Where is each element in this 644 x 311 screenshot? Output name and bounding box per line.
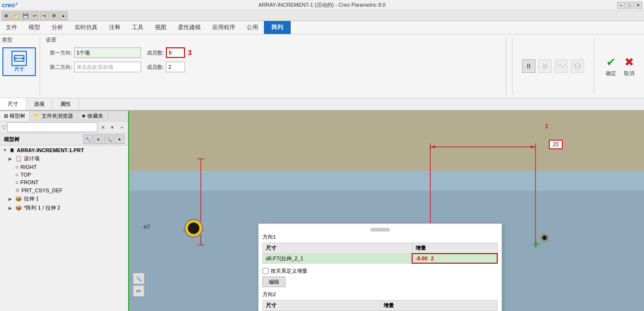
cancel-button[interactable]: ✖ 取消 [624,56,634,77]
tab-dimensions[interactable]: 尺寸 [0,98,26,110]
members1-label: 成员数: [147,49,164,56]
menu-simulation[interactable]: 实时仿真 [69,21,103,34]
tree-item-right[interactable]: ○ RIGHT [1,163,127,171]
close-button[interactable]: ✕ [634,2,642,9]
design-icon: 📋 [15,156,22,162]
tab-properties[interactable]: 属性 [53,98,79,110]
type-dimension-button[interactable]: 尺寸 [2,47,36,76]
tree-item-csys[interactable]: ⊕ PRT_CSYS_DEF [1,186,127,194]
search-add-button[interactable]: + [118,123,126,132]
sidebar-tab-modeltree[interactable]: ⊞ 模型树 [0,111,30,121]
pause-button[interactable]: ⏸ [522,59,535,73]
members1-input[interactable] [166,47,185,58]
ribbon-separator1 [512,38,513,94]
edit-btn-1[interactable]: 编辑 [262,277,285,287]
tree-item-front[interactable]: ○ FRONT [1,178,127,186]
sidebar-search-input[interactable] [7,122,98,132]
panel-drag-handle[interactable] [371,228,390,232]
preview-button[interactable] [571,59,584,73]
annotation-1: 1 [545,122,548,130]
titlebar: creo° ARRAY-INCREMENT-1 (活动的) - Creo Par… [0,0,644,11]
svg-point-9 [579,65,580,67]
window-controls[interactable]: ─ □ ✕ [617,2,642,9]
ctrl-row1: ⏸ ⊘ [522,59,584,73]
menu-tools[interactable]: 工具 [126,21,149,34]
save-button[interactable]: 💾 [21,11,30,20]
tree-item-design[interactable]: ▶ 📋 设计项 [1,154,127,163]
viewport: 1 20 [129,111,644,311]
tree-columns-button[interactable]: ≡ [94,134,103,144]
ribbon-settings-group: 设置 第一方向: 成员数: 3 第二方向: 成员数: [46,36,506,96]
tab-options[interactable]: 选项 [26,98,53,110]
tree-csys-label: PRT_CSYS_DEF [22,188,63,193]
menu-annotation[interactable]: 注释 [103,21,126,34]
open-button[interactable]: 📂 [11,11,20,20]
dimension-panel: 方向1 尺寸 增量 d6:F7(拉伸_2_1 -8.00 2 [258,223,502,311]
csys-icon: ⊕ [15,187,20,193]
search-down-button[interactable]: ▾ [108,123,117,132]
tree-settings-button[interactable]: 🔧 [83,134,93,144]
menu-common[interactable]: 公用 [241,21,264,34]
checkbox-row-1: 按关系定义增量 [262,267,498,275]
tree-expand-button[interactable]: + [115,134,124,144]
ok-button[interactable]: ✔ 确定 [606,56,616,77]
table-row-1[interactable]: d6:F7(拉伸_2_1 -8.00 2 [263,254,498,263]
tree-item-top[interactable]: ○ TOP [1,171,127,178]
folder-icon: 📁 [33,113,40,119]
expand-root: ▼ [3,148,9,153]
wave-button[interactable] [555,59,568,73]
maximize-button[interactable]: □ [626,2,633,9]
menu-array[interactable]: 阵列 [264,21,291,34]
members2-input[interactable] [166,62,185,72]
menu-view[interactable]: 视图 [149,21,172,34]
viewport-zoom-button[interactable]: 🔍 [133,273,144,284]
window-title: ARRAY-INCREMENT-1 (活动的) - Creo Parametri… [259,1,386,9]
new-button[interactable]: 🗎 [2,11,11,20]
dir1-row: 第一方向: 成员数: 3 [46,47,502,58]
tb-btn5[interactable]: ⚙ [50,11,58,20]
red-number-2: 2 [431,255,434,261]
ribbon-action-group: ✔ 确定 ✖ 取消 [598,36,642,96]
sidebar-tab-filebrowser[interactable]: 📁 文件夹浏览器 [30,111,77,121]
array1-icon: 📦 [15,205,22,211]
search-clear-button[interactable]: ✕ [98,123,107,132]
file-icon: 🗎 [10,147,15,153]
dir2-input[interactable] [74,62,141,72]
settings-label: 设置 [46,36,72,44]
dir1-table: 尺寸 增量 d6:F7(拉伸_2_1 -8.00 2 [262,243,498,264]
tree-top-label: TOP [21,172,31,178]
dim-box-20[interactable]: 20 [549,140,563,149]
sidebar-tab-filebrowser-label: 文件夹浏览器 [42,112,73,120]
tb-btn6[interactable]: ▸ [59,11,68,20]
checkbox-1[interactable] [262,268,269,274]
filter-icon: ▽ [2,124,6,131]
inc-col-header: 增量 [412,243,497,254]
menu-analysis[interactable]: 分析 [46,21,69,34]
tree-search-button[interactable]: 🔍 [104,134,114,144]
menu-apps[interactable]: 应用程序 [207,21,241,34]
menu-flexible[interactable]: 柔性建模 [172,21,207,34]
tree-item-array1[interactable]: ▶ 📦 *阵列 1 / 拉伸 2 [1,203,127,212]
bottom-area: ⊞ 模型树 📁 文件夹浏览器 ★ 收藏夹 ▽ ✕ ▾ + 模型树 🔧 [0,111,644,311]
redo-button[interactable]: ↪ [40,11,49,20]
sidebar-tab-modeltree-label: 模型树 [10,112,25,120]
tree-item-extrude1[interactable]: ▶ 📦 拉伸 1 [1,194,127,203]
minimize-button[interactable]: ─ [617,2,625,9]
action-row: ✔ 确定 ✖ 取消 [606,56,634,77]
tree-array1-label: *阵列 1 / 拉伸 2 [24,204,60,211]
tree-root-label: ARRAY-INCREMENT-1.PRT [17,147,84,153]
menu-file[interactable]: 文件 [0,21,23,34]
logo-text: creo° [2,1,18,9]
dir1-section-title: 方向1 [262,233,498,241]
plane-icon-front: ○ [15,179,19,185]
dir1-input[interactable] [74,47,141,58]
red-number-1: 3 [188,49,192,56]
stop-button[interactable]: ⊘ [538,59,552,73]
tree-item-root[interactable]: ▼ 🗎 ARRAY-INCREMENT-1.PRT [1,146,127,154]
menu-model[interactable]: 模型 [23,21,46,34]
undo-button[interactable]: ↩ [31,11,39,20]
sidebar-tab-favorites[interactable]: ★ 收藏夹 [77,111,108,121]
viewport-coord-button[interactable]: XY [133,285,144,297]
ok-icon: ✔ [606,56,616,69]
ribbon-tabs: 尺寸 选项 属性 [0,98,644,110]
